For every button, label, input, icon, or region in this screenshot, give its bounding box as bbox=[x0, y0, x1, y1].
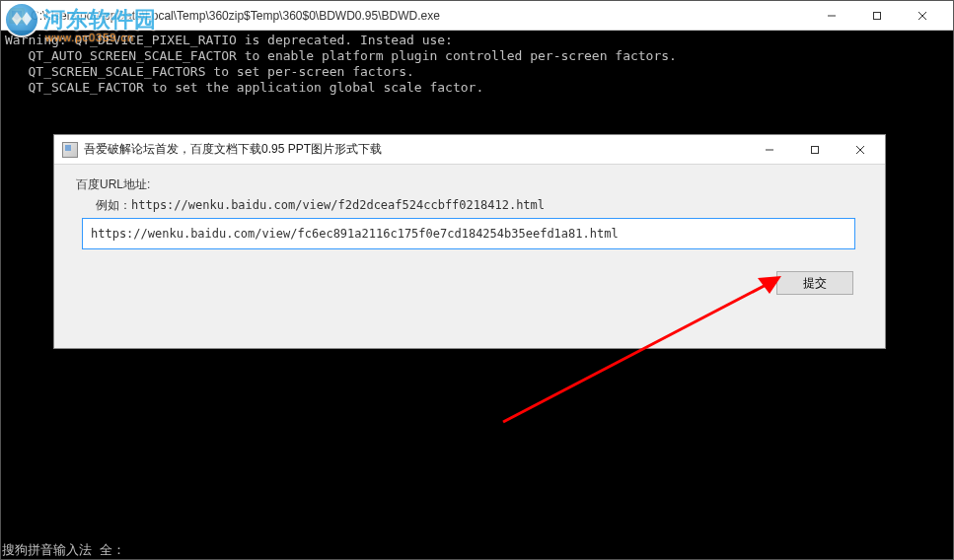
watermark-logo: 河东软件园 www.pc0359.cn bbox=[4, 2, 157, 37]
url-hint: 例如：https://wenku.baidu.com/view/f2d2dcea… bbox=[96, 197, 863, 214]
minimize-button[interactable] bbox=[809, 1, 854, 31]
dialog-maximize-button[interactable] bbox=[792, 135, 838, 165]
close-button[interactable] bbox=[900, 1, 945, 31]
svg-rect-1 bbox=[874, 12, 881, 19]
dialog-minimize-button[interactable] bbox=[747, 135, 792, 165]
app-icon bbox=[62, 142, 78, 158]
submit-button[interactable]: 提交 bbox=[776, 271, 853, 295]
maximize-button[interactable] bbox=[854, 1, 900, 31]
logo-subtext: www.pc0359.cn bbox=[45, 32, 134, 43]
console-line: QT_SCALE_FACTOR to set the application g… bbox=[5, 80, 483, 95]
console-line: QT_SCREEN_SCALE_FACTORS to set per-scree… bbox=[5, 64, 414, 79]
download-dialog: 吾爱破解论坛首发，百度文档下载0.95 PPT图片形式下载 百度URL地址: 例… bbox=[53, 134, 886, 349]
dialog-title: 吾爱破解论坛首发，百度文档下载0.95 PPT图片形式下载 bbox=[84, 141, 747, 158]
logo-badge-icon bbox=[4, 2, 39, 37]
dialog-body: 百度URL地址: 例如：https://wenku.baidu.com/view… bbox=[54, 165, 885, 307]
window-controls bbox=[809, 1, 945, 31]
submit-row: 提交 bbox=[76, 271, 863, 295]
dialog-window-controls bbox=[747, 135, 883, 165]
dialog-titlebar: 吾爱破解论坛首发，百度文档下载0.95 PPT图片形式下载 bbox=[54, 135, 885, 165]
url-input[interactable] bbox=[82, 218, 855, 249]
svg-rect-5 bbox=[812, 146, 819, 153]
dialog-close-button[interactable] bbox=[838, 135, 883, 165]
console-line: QT_AUTO_SCREEN_SCALE_FACTOR to enable pl… bbox=[5, 48, 677, 63]
url-label: 百度URL地址: bbox=[76, 176, 863, 193]
logo-text: 河东软件园 bbox=[43, 5, 157, 35]
ime-status: 搜狗拼音输入法 全： bbox=[0, 540, 127, 560]
